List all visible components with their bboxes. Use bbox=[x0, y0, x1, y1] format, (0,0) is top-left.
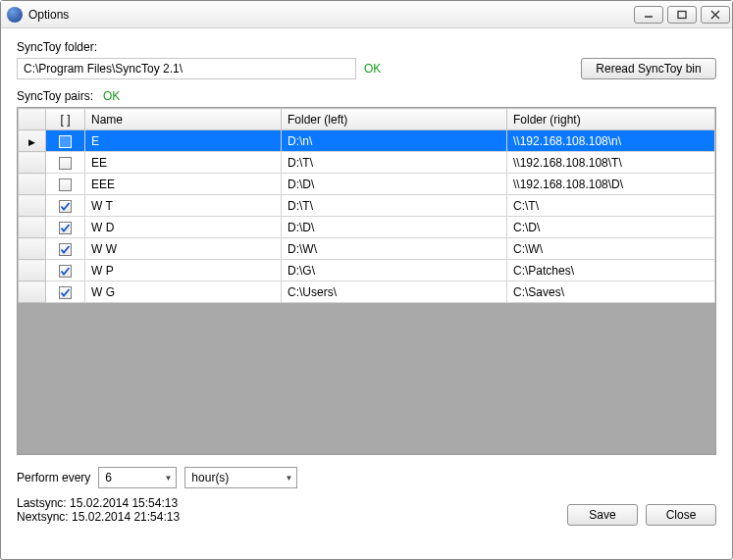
minimize-button[interactable] bbox=[634, 6, 663, 24]
row-checkbox-cell[interactable] bbox=[46, 174, 85, 195]
chevron-down-icon: ▼ bbox=[285, 474, 292, 483]
table-row[interactable]: W TD:\T\C:\T\ bbox=[19, 195, 715, 217]
row-name[interactable]: W W bbox=[85, 238, 282, 260]
row-folder-right[interactable]: \\192.168.108.108\D\ bbox=[507, 174, 715, 195]
grid-corner bbox=[19, 109, 46, 130]
window-title: Options bbox=[28, 8, 69, 22]
save-button[interactable]: Save bbox=[567, 504, 638, 526]
interval-unit-combo[interactable]: hour(s) ▼ bbox=[184, 467, 297, 488]
synctoy-folder-input[interactable] bbox=[17, 58, 356, 79]
row-folder-left[interactable]: D:\T\ bbox=[282, 195, 507, 217]
row-header[interactable] bbox=[19, 281, 46, 303]
row-folder-left[interactable]: D:\T\ bbox=[282, 152, 507, 174]
row-folder-right[interactable]: C:\Patches\ bbox=[507, 260, 715, 281]
row-folder-left[interactable]: C:\Users\ bbox=[282, 281, 507, 303]
row-folder-left[interactable]: D:\W\ bbox=[282, 238, 507, 260]
row-checkbox-cell[interactable] bbox=[46, 195, 85, 217]
row-checkbox[interactable] bbox=[59, 157, 72, 170]
synctoy-pairs-label: SyncToy pairs: bbox=[17, 89, 93, 103]
row-folder-left[interactable]: D:\D\ bbox=[282, 217, 507, 238]
table-row[interactable]: W GC:\Users\C:\Saves\ bbox=[19, 281, 715, 303]
lastsync-value: 15.02.2014 15:54:13 bbox=[70, 496, 178, 510]
pairs-status: OK bbox=[103, 89, 120, 103]
table-row[interactable]: W WD:\W\C:\W\ bbox=[19, 238, 715, 260]
row-folder-right[interactable]: C:\W\ bbox=[507, 238, 715, 260]
row-checkbox[interactable] bbox=[59, 135, 72, 148]
row-folder-right[interactable]: \\192.168.108.108\n\ bbox=[507, 130, 715, 152]
close-button[interactable] bbox=[701, 6, 730, 24]
table-row[interactable]: ▶ED:\n\\\192.168.108.108\n\ bbox=[19, 130, 715, 152]
interval-value-combo[interactable]: 6 ▼ bbox=[98, 467, 177, 488]
table-row[interactable]: EEED:\D\\\192.168.108.108\D\ bbox=[19, 174, 715, 195]
client-area: SyncToy folder: OK Reread SyncToy bin Sy… bbox=[1, 28, 732, 559]
close-dialog-button[interactable]: Close bbox=[646, 504, 716, 526]
row-checkbox[interactable] bbox=[59, 200, 72, 213]
row-header[interactable]: ▶ bbox=[19, 130, 46, 152]
column-header-name[interactable]: Name bbox=[85, 109, 282, 130]
perform-every-label: Perform every bbox=[17, 471, 90, 484]
row-header[interactable] bbox=[19, 195, 46, 217]
table-row[interactable]: W DD:\D\C:\D\ bbox=[19, 217, 715, 238]
grid-header-row: [ ] Name Folder (left) Folder (right) bbox=[19, 109, 715, 130]
row-name[interactable]: EE bbox=[85, 152, 282, 174]
row-header[interactable] bbox=[19, 174, 46, 195]
app-icon bbox=[7, 7, 23, 23]
interval-value: 6 bbox=[105, 471, 112, 484]
row-checkbox-cell[interactable] bbox=[46, 260, 85, 281]
row-checkbox[interactable] bbox=[59, 265, 72, 278]
column-header-checkbox[interactable]: [ ] bbox=[46, 109, 85, 130]
row-checkbox-cell[interactable] bbox=[46, 152, 85, 174]
current-row-arrow-icon: ▶ bbox=[28, 137, 35, 147]
row-header[interactable] bbox=[19, 260, 46, 281]
reread-button[interactable]: Reread SyncToy bin bbox=[581, 58, 716, 79]
row-checkbox[interactable] bbox=[59, 222, 72, 234]
row-header[interactable] bbox=[19, 217, 46, 238]
row-name[interactable]: W D bbox=[85, 217, 282, 238]
nextsync-label: Nextsync: bbox=[17, 510, 69, 524]
row-checkbox-cell[interactable] bbox=[46, 130, 85, 152]
options-window: Options SyncToy folder: OK Reread SyncTo… bbox=[0, 0, 733, 560]
row-folder-left[interactable]: D:\n\ bbox=[282, 130, 507, 152]
svg-rect-1 bbox=[678, 12, 686, 19]
column-header-folder-right[interactable]: Folder (right) bbox=[507, 109, 715, 130]
row-header[interactable] bbox=[19, 152, 46, 174]
row-checkbox[interactable] bbox=[59, 286, 72, 299]
row-checkbox[interactable] bbox=[59, 243, 72, 256]
column-header-folder-left[interactable]: Folder (left) bbox=[282, 109, 507, 130]
titlebar[interactable]: Options bbox=[1, 1, 732, 28]
row-checkbox-cell[interactable] bbox=[46, 217, 85, 238]
maximize-button[interactable] bbox=[667, 6, 697, 24]
table-row[interactable]: EED:\T\\\192.168.108.108\T\ bbox=[19, 152, 715, 174]
chevron-down-icon: ▼ bbox=[164, 474, 172, 483]
row-folder-left[interactable]: D:\D\ bbox=[282, 174, 507, 195]
table-row[interactable]: W PD:\G\C:\Patches\ bbox=[19, 260, 715, 281]
row-folder-right[interactable]: \\192.168.108.108\T\ bbox=[507, 152, 715, 174]
lastsync-label: Lastsync: bbox=[17, 496, 67, 510]
synctoy-folder-label: SyncToy folder: bbox=[17, 40, 716, 54]
row-header[interactable] bbox=[19, 238, 46, 260]
interval-unit: hour(s) bbox=[191, 471, 229, 484]
row-name[interactable]: E bbox=[85, 130, 282, 152]
row-folder-left[interactable]: D:\G\ bbox=[282, 260, 507, 281]
row-checkbox-cell[interactable] bbox=[46, 281, 85, 303]
row-folder-right[interactable]: C:\D\ bbox=[507, 217, 715, 238]
row-name[interactable]: W T bbox=[85, 195, 282, 217]
row-name[interactable]: W P bbox=[85, 260, 282, 281]
row-name[interactable]: W G bbox=[85, 281, 282, 303]
folder-status: OK bbox=[364, 62, 381, 76]
row-checkbox[interactable] bbox=[59, 178, 72, 191]
nextsync-value: 15.02.2014 21:54:13 bbox=[72, 510, 180, 524]
pairs-grid[interactable]: [ ] Name Folder (left) Folder (right) ▶E… bbox=[17, 107, 716, 455]
row-name[interactable]: EEE bbox=[85, 174, 282, 195]
row-checkbox-cell[interactable] bbox=[46, 238, 85, 260]
row-folder-right[interactable]: C:\T\ bbox=[507, 195, 715, 217]
row-folder-right[interactable]: C:\Saves\ bbox=[507, 281, 715, 303]
